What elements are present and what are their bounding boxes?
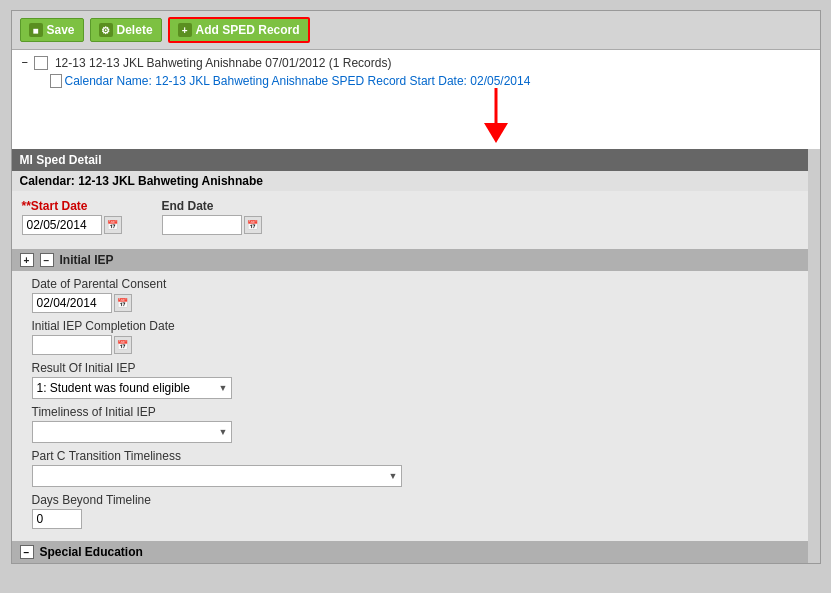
start-date-calendar-btn[interactable]: 📅 — [104, 216, 122, 234]
part-c-group: Part C Transition Timeliness — [32, 449, 798, 487]
calendar-label: Calendar: 12-13 JKL Bahweting Anishnabe — [20, 174, 263, 188]
tree-root-icon — [34, 56, 48, 70]
tree-root: − 12-13 12-13 JKL Bahweting Anishnabe 07… — [22, 56, 810, 70]
parental-consent-calendar-btn[interactable]: 📅 — [114, 294, 132, 312]
svg-marker-1 — [484, 123, 508, 143]
delete-label: Delete — [117, 23, 153, 37]
date-row-body: *Start Date 📅 End Date 📅 — [12, 191, 808, 249]
initial-iep-body: Date of Parental Consent 📅 Initial IEP C… — [12, 271, 808, 541]
completion-date-group: Initial IEP Completion Date 📅 — [32, 319, 798, 355]
end-date-input-group: 📅 — [162, 215, 262, 235]
part-c-select[interactable] — [32, 465, 402, 487]
red-arrow — [476, 88, 516, 143]
scroll-container[interactable]: MI Sped Detail Calendar: 12-13 JKL Bahwe… — [12, 149, 820, 563]
add-sped-label: Add SPED Record — [196, 23, 300, 37]
timeliness-group: Timeliness of Initial IEP — [32, 405, 798, 443]
end-date-label: End Date — [162, 199, 262, 213]
delete-icon: ⚙ — [99, 23, 113, 37]
start-date-label: *Start Date — [22, 199, 122, 213]
completion-date-label: Initial IEP Completion Date — [32, 319, 798, 333]
date-form-row: *Start Date 📅 End Date 📅 — [22, 199, 798, 235]
completion-date-input[interactable] — [32, 335, 112, 355]
days-beyond-input[interactable] — [32, 509, 82, 529]
start-date-input[interactable] — [22, 215, 102, 235]
tree-root-label: 12-13 12-13 JKL Bahweting Anishnabe 07/0… — [55, 56, 391, 70]
days-beyond-group: Days Beyond Timeline — [32, 493, 798, 529]
toolbar: ■ Save ⚙ Delete + Add SPED Record — [12, 11, 820, 50]
parental-consent-group: Date of Parental Consent 📅 — [32, 277, 798, 313]
part-c-label: Part C Transition Timeliness — [32, 449, 798, 463]
start-date-group: *Start Date 📅 — [22, 199, 122, 235]
detail-subheader: Calendar: 12-13 JKL Bahweting Anishnabe — [12, 171, 808, 191]
delete-button[interactable]: ⚙ Delete — [90, 18, 162, 42]
days-beyond-label: Days Beyond Timeline — [32, 493, 798, 507]
completion-date-input-group: 📅 — [32, 335, 798, 355]
initial-iep-header: + − Initial IEP — [12, 249, 808, 271]
detail-panel: MI Sped Detail Calendar: 12-13 JKL Bahwe… — [12, 149, 808, 563]
start-date-input-group: 📅 — [22, 215, 122, 235]
tree-expand-icon[interactable]: − — [22, 56, 28, 68]
result-iep-select-wrapper: 1: Student was found eligible 2: Student… — [32, 377, 232, 399]
parental-consent-label: Date of Parental Consent — [32, 277, 798, 291]
save-label: Save — [47, 23, 75, 37]
end-date-input[interactable] — [162, 215, 242, 235]
result-iep-group: Result Of Initial IEP 1: Student was fou… — [32, 361, 798, 399]
detail-header-text: MI Sped Detail — [20, 153, 102, 167]
result-iep-label: Result Of Initial IEP — [32, 361, 798, 375]
tree-area: − 12-13 12-13 JKL Bahweting Anishnabe 07… — [12, 50, 820, 149]
parental-consent-input[interactable] — [32, 293, 112, 313]
end-date-calendar-btn[interactable]: 📅 — [244, 216, 262, 234]
tree-child-link[interactable]: Calendar Name: 12-13 JKL Bahweting Anish… — [65, 74, 531, 88]
end-date-group: End Date 📅 — [162, 199, 262, 235]
special-education-label: Special Education — [40, 545, 143, 559]
add-sped-button[interactable]: + Add SPED Record — [168, 17, 310, 43]
timeliness-select[interactable] — [32, 421, 232, 443]
special-ed-collapse[interactable]: − — [20, 545, 34, 559]
save-icon: ■ — [29, 23, 43, 37]
tree-child: Calendar Name: 12-13 JKL Bahweting Anish… — [50, 74, 810, 88]
initial-iep-collapse[interactable]: − — [40, 253, 54, 267]
parental-consent-input-group: 📅 — [32, 293, 798, 313]
timeliness-select-wrapper — [32, 421, 232, 443]
initial-iep-label: Initial IEP — [60, 253, 114, 267]
detail-header: MI Sped Detail — [12, 149, 808, 171]
add-sped-icon: + — [178, 23, 192, 37]
save-button[interactable]: ■ Save — [20, 18, 84, 42]
special-education-header: − Special Education — [12, 541, 808, 563]
result-iep-select[interactable]: 1: Student was found eligible 2: Student… — [32, 377, 232, 399]
completion-date-calendar-btn[interactable]: 📅 — [114, 336, 132, 354]
timeliness-label: Timeliness of Initial IEP — [32, 405, 798, 419]
main-container: ■ Save ⚙ Delete + Add SPED Record − 12-1… — [11, 10, 821, 564]
tree-child-icon — [50, 74, 62, 88]
part-c-select-wrapper — [32, 465, 402, 487]
initial-iep-expand[interactable]: + — [20, 253, 34, 267]
